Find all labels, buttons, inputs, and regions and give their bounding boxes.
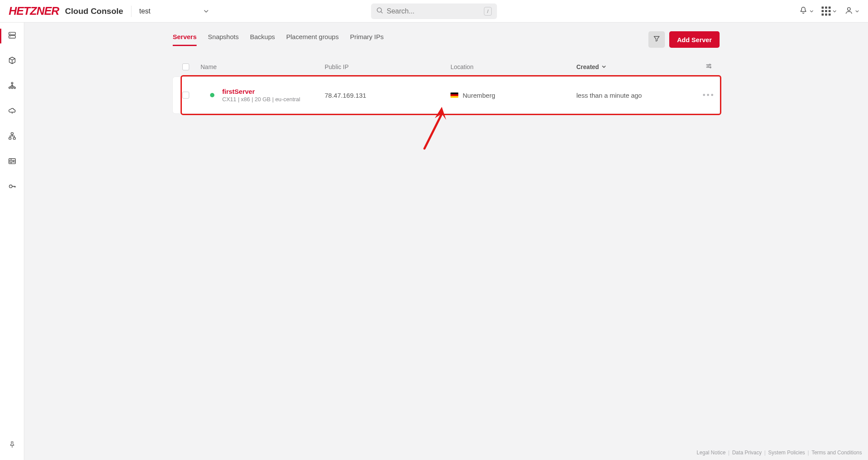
sliders-icon xyxy=(705,63,712,71)
column-location[interactable]: Location xyxy=(450,63,576,70)
search-box[interactable]: / xyxy=(371,3,497,19)
tab-snapshots[interactable]: Snapshots xyxy=(208,33,239,46)
svg-point-5 xyxy=(10,33,11,34)
apps-icon xyxy=(822,7,831,16)
user-icon xyxy=(845,6,853,17)
chevron-down-icon xyxy=(204,9,209,14)
sidebar-pin[interactable] xyxy=(0,438,24,453)
pin-icon xyxy=(8,441,16,450)
chevron-down-icon xyxy=(855,7,859,15)
cloud-ip-icon xyxy=(8,106,16,117)
column-created-label: Created xyxy=(576,63,599,70)
tabs-actions: Add Server xyxy=(648,31,720,48)
project-picker[interactable]: test xyxy=(139,7,209,15)
sidebar-item-floating-ips[interactable] xyxy=(0,104,24,119)
content: Servers Snapshots Backups Placement grou… xyxy=(160,23,733,113)
server-created: less than a minute ago xyxy=(576,92,689,99)
svg-line-1 xyxy=(381,12,382,13)
server-icon xyxy=(8,31,16,41)
svg-point-15 xyxy=(9,185,12,188)
loadbalancer-icon xyxy=(8,81,16,92)
svg-point-9 xyxy=(11,87,13,89)
topbar: HETZNER Cloud Console test / xyxy=(0,0,868,23)
search-shortcut: / xyxy=(484,7,492,16)
svg-rect-14 xyxy=(9,159,15,164)
sidebar-item-firewalls[interactable] xyxy=(0,155,24,169)
tab-primary-ips[interactable]: Primary IPs xyxy=(350,33,384,46)
sidebar-item-load-balancers[interactable] xyxy=(0,79,24,94)
sidebar-item-servers[interactable] xyxy=(0,29,24,43)
svg-point-17 xyxy=(707,66,709,67)
server-location: Nuremberg xyxy=(463,92,495,99)
tab-servers[interactable]: Servers xyxy=(173,33,197,46)
chevron-down-icon xyxy=(832,7,837,15)
sidebar-item-security[interactable] xyxy=(0,180,24,195)
footer-terms[interactable]: Terms and Conditions xyxy=(812,450,862,456)
apps-button[interactable] xyxy=(822,7,837,16)
flag-de-icon xyxy=(450,93,458,98)
sidebar-item-volumes[interactable] xyxy=(0,54,24,69)
svg-point-6 xyxy=(10,36,11,37)
brand-logo[interactable]: HETZNER xyxy=(9,4,59,18)
svg-rect-12 xyxy=(9,137,11,139)
column-settings[interactable] xyxy=(698,63,720,71)
add-server-button[interactable]: Add Server xyxy=(669,31,720,48)
sidebar xyxy=(0,23,24,460)
servers-table: Name Public IP Location Created xyxy=(173,59,720,113)
footer-system-policies[interactable]: System Policies xyxy=(768,450,805,456)
svg-point-18 xyxy=(710,67,711,68)
table-row[interactable]: firstServer CX11 | x86 | 20 GB | eu-cent… xyxy=(173,77,720,113)
key-icon xyxy=(8,182,16,192)
firewall-icon xyxy=(8,157,16,167)
footer-legal-notice[interactable]: Legal Notice xyxy=(697,450,726,456)
network-icon xyxy=(8,132,16,142)
main: Servers Snapshots Backups Placement grou… xyxy=(24,23,868,460)
filter-icon xyxy=(653,35,661,44)
column-public-ip[interactable]: Public IP xyxy=(325,63,450,70)
server-public-ip: 78.47.169.131 xyxy=(325,92,450,99)
status-indicator-icon xyxy=(210,93,214,97)
column-name[interactable]: Name xyxy=(199,63,325,70)
table-row-wrap: firstServer CX11 | x86 | 20 GB | eu-cent… xyxy=(173,77,720,113)
chevron-down-icon xyxy=(602,63,606,70)
account-button[interactable] xyxy=(845,6,859,17)
footer: Legal Notice| Data Privacy| System Polic… xyxy=(697,450,862,456)
project-name: test xyxy=(139,7,151,15)
server-name[interactable]: firstServer xyxy=(222,88,300,95)
tabs-row: Servers Snapshots Backups Placement grou… xyxy=(173,31,720,48)
footer-data-privacy[interactable]: Data Privacy xyxy=(732,450,762,456)
select-all-checkbox[interactable] xyxy=(182,63,189,70)
notifications-button[interactable] xyxy=(799,6,814,17)
svg-rect-13 xyxy=(13,137,15,139)
search-icon xyxy=(376,7,383,16)
filter-button[interactable] xyxy=(648,31,665,48)
tabs: Servers Snapshots Backups Placement grou… xyxy=(173,33,384,46)
divider xyxy=(131,6,132,17)
cube-icon xyxy=(8,56,16,66)
svg-point-2 xyxy=(848,7,851,10)
svg-line-19 xyxy=(424,114,442,149)
column-created[interactable]: Created xyxy=(576,63,689,70)
bell-icon xyxy=(799,6,808,17)
console-title: Cloud Console xyxy=(65,7,123,16)
svg-rect-11 xyxy=(11,133,13,135)
row-checkbox[interactable] xyxy=(182,92,189,99)
svg-point-7 xyxy=(11,82,13,84)
search-input[interactable] xyxy=(387,7,484,15)
topbar-actions xyxy=(799,6,859,17)
row-actions-button[interactable]: ••• xyxy=(703,91,715,100)
svg-rect-4 xyxy=(9,36,15,38)
svg-rect-3 xyxy=(9,32,15,35)
tab-backups[interactable]: Backups xyxy=(250,33,275,46)
tab-placement-groups[interactable]: Placement groups xyxy=(286,33,339,46)
chevron-down-icon xyxy=(809,7,814,15)
server-meta: CX11 | x86 | 20 GB | eu-central xyxy=(222,96,300,103)
svg-point-16 xyxy=(709,64,710,65)
sidebar-item-networks[interactable] xyxy=(0,129,24,144)
table-header: Name Public IP Location Created xyxy=(173,59,720,77)
